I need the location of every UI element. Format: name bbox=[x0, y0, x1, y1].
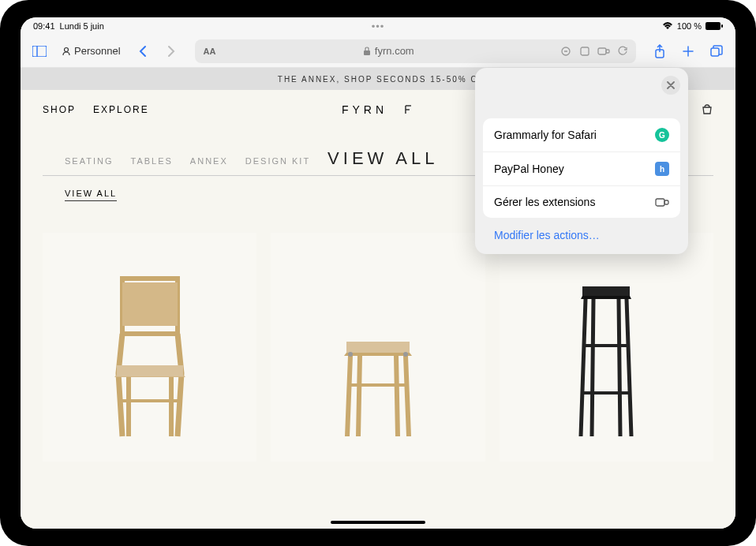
text-size-button[interactable]: AA bbox=[195, 47, 225, 56]
forward-button[interactable] bbox=[160, 40, 182, 62]
lock-icon bbox=[363, 47, 371, 56]
tabs-button[interactable] bbox=[705, 40, 728, 62]
extension-item-honey[interactable]: PayPal Honey h bbox=[483, 152, 680, 186]
home-indicator[interactable] bbox=[331, 521, 425, 524]
svg-rect-9 bbox=[606, 50, 609, 53]
edit-actions-link[interactable]: Modifier les actions… bbox=[483, 218, 680, 246]
battery-level: 100 % bbox=[677, 21, 702, 31]
svg-point-18 bbox=[403, 352, 408, 357]
url-text: fyrn.com bbox=[375, 45, 414, 57]
svg-rect-20 bbox=[656, 199, 664, 206]
product-card[interactable] bbox=[500, 233, 713, 462]
address-bar[interactable]: AA fyrn.com bbox=[195, 39, 636, 63]
svg-rect-1 bbox=[721, 24, 723, 28]
new-tab-button[interactable] bbox=[677, 40, 699, 62]
translate-icon[interactable] bbox=[576, 43, 593, 60]
back-button[interactable] bbox=[132, 40, 154, 62]
wifi-icon bbox=[662, 22, 673, 30]
sidebar-button[interactable] bbox=[28, 40, 51, 62]
status-bar: 09:41 Lundi 5 juin ••• 100 % bbox=[21, 17, 735, 35]
cart-icon[interactable] bbox=[701, 103, 713, 116]
cat-design-kit[interactable]: DESIGN KIT bbox=[245, 156, 310, 166]
safari-toolbar: Personnel AA fyrn.com bbox=[21, 35, 735, 68]
share-button[interactable] bbox=[649, 40, 671, 62]
cat-tables[interactable]: TABLES bbox=[130, 156, 172, 166]
svg-rect-2 bbox=[32, 46, 47, 57]
status-date: Lundi 5 juin bbox=[60, 21, 104, 31]
svg-rect-21 bbox=[664, 200, 668, 204]
extension-label: PayPal Honey bbox=[494, 163, 564, 175]
svg-rect-5 bbox=[364, 50, 370, 55]
profile-button[interactable]: Personnel bbox=[57, 42, 125, 60]
site-logo[interactable]: FYRN bbox=[342, 103, 414, 116]
extension-label: Grammarly for Safari bbox=[494, 129, 597, 141]
product-card[interactable] bbox=[271, 233, 485, 462]
extensions-popover: Grammarly for Safari G PayPal Honey h Gé… bbox=[475, 68, 688, 254]
svg-rect-11 bbox=[711, 48, 719, 56]
nav-shop[interactable]: SHOP bbox=[43, 104, 76, 115]
extensions-list: Grammarly for Safari G PayPal Honey h Gé… bbox=[483, 118, 680, 218]
svg-point-4 bbox=[65, 47, 69, 51]
grammarly-icon: G bbox=[655, 128, 669, 142]
svg-rect-19 bbox=[582, 286, 630, 296]
svg-rect-8 bbox=[598, 48, 606, 54]
svg-rect-0 bbox=[705, 22, 720, 30]
product-card[interactable] bbox=[43, 233, 256, 462]
reader-icon[interactable] bbox=[557, 43, 574, 60]
extension-item-grammarly[interactable]: Grammarly for Safari G bbox=[483, 118, 680, 152]
nav-explore[interactable]: EXPLORE bbox=[93, 104, 149, 115]
status-time: 09:41 bbox=[33, 21, 55, 31]
svg-rect-15 bbox=[117, 365, 183, 376]
status-dots: ••• bbox=[372, 21, 385, 32]
manage-extensions-item[interactable]: Gérer les extensions bbox=[483, 186, 680, 218]
puzzle-icon bbox=[655, 196, 669, 208]
extensions-icon[interactable] bbox=[595, 43, 612, 60]
reload-icon[interactable] bbox=[614, 43, 631, 60]
close-icon bbox=[667, 81, 675, 89]
cat-seating[interactable]: SEATING bbox=[65, 156, 113, 166]
battery-icon bbox=[705, 22, 723, 30]
person-icon bbox=[62, 47, 71, 56]
logo-mark-icon bbox=[403, 104, 414, 115]
svg-rect-7 bbox=[581, 47, 589, 55]
cat-view-all[interactable]: VIEW ALL bbox=[327, 148, 438, 169]
cat-annex[interactable]: ANNEX bbox=[190, 156, 228, 166]
manage-label: Gérer les extensions bbox=[494, 196, 595, 208]
svg-point-17 bbox=[348, 352, 353, 357]
ipad-frame: 09:41 Lundi 5 juin ••• 100 % Per bbox=[0, 0, 756, 546]
screen: 09:41 Lundi 5 juin ••• 100 % Per bbox=[21, 17, 735, 529]
honey-icon: h bbox=[655, 162, 669, 176]
profile-label: Personnel bbox=[74, 45, 121, 57]
close-button[interactable] bbox=[661, 76, 680, 95]
svg-rect-14 bbox=[122, 282, 178, 326]
svg-rect-16 bbox=[346, 342, 410, 353]
